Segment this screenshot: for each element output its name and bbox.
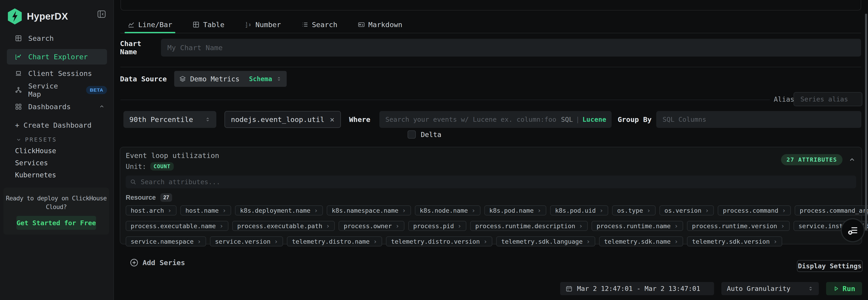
display-settings-button[interactable]: Display Settings — [797, 260, 863, 272]
attribute-chip[interactable]: process.command_args› — [795, 206, 868, 215]
table-icon — [193, 21, 199, 28]
schema-link[interactable]: Schema — [249, 75, 272, 83]
attribute-chip[interactable]: process.owner› — [339, 221, 404, 231]
sidebar-item-dashboards[interactable]: Dashboards — [7, 100, 107, 113]
chart-name-input[interactable] — [161, 39, 861, 57]
add-series-button[interactable]: Add Series — [130, 258, 185, 267]
attribute-chip[interactable]: telemetry.distro.version› — [386, 237, 492, 246]
promo-text-line2: Cloud? — [3, 203, 109, 211]
presets-toggle[interactable]: PRESETS — [16, 136, 57, 143]
search-icon — [130, 179, 136, 185]
data-source-label: Data Source — [120, 75, 174, 83]
chevron-right-icon: › — [705, 207, 709, 214]
attribute-chip[interactable]: telemetry.sdk.name› — [599, 237, 683, 246]
add-series-label: Add Series — [143, 258, 185, 267]
sidebar-item-chart-explorer[interactable]: Chart Explorer — [7, 49, 107, 64]
attribute-chip-label: process.runtime.version — [692, 222, 777, 229]
attribute-chip[interactable]: os.version› — [659, 206, 714, 215]
attribute-chip[interactable]: service.namespace› — [126, 237, 206, 246]
attribute-chip-label: process.owner — [344, 222, 392, 229]
create-dashboard-button[interactable]: + Create Dashboard — [15, 121, 92, 129]
attribute-chip[interactable]: service.version› — [210, 237, 283, 246]
attributes-count-badge: 27 ATTRIBUTES — [781, 154, 842, 165]
feedback-widget-button[interactable] — [842, 219, 864, 241]
chevron-updown-icon — [205, 117, 210, 122]
attribute-chip[interactable]: host.arch› — [126, 206, 177, 215]
attribute-chip[interactable]: k8s.deployment.name› — [235, 206, 323, 215]
run-button[interactable]: Run — [826, 282, 862, 295]
tab-line-bar[interactable]: Line/Bar — [125, 17, 175, 33]
main-content: Line/Bar Table 1 2 3 Number — [114, 0, 868, 300]
sidebar-item-label: Dashboards — [28, 103, 71, 111]
granularity-select[interactable]: Auto Granularity — [721, 282, 819, 295]
sidebar-collapse-icon[interactable] — [97, 10, 106, 18]
lucene-option[interactable]: Lucene — [583, 115, 607, 123]
section-divider — [120, 67, 861, 67]
attribute-chip[interactable]: k8s.node.name› — [415, 206, 480, 215]
chevron-updown-icon — [276, 76, 282, 82]
sidebar: HyperDX Search — [0, 0, 114, 300]
sidebar-item-service-map[interactable]: Service Map BETA — [7, 84, 107, 97]
time-range-picker[interactable]: 1 Mar 2 12:47:01 - Mar 2 13:47:01 — [560, 282, 714, 295]
chevron-up-icon — [99, 104, 105, 110]
metric-chip[interactable]: nodejs.event_loop.util × — [224, 111, 341, 128]
attribute-chip-label: process.runtime.name — [596, 222, 671, 229]
attribute-chip[interactable]: process.executable.name› — [126, 221, 228, 231]
attribute-chip-row: process.executable.name›process.executab… — [126, 221, 856, 231]
close-icon[interactable]: × — [330, 115, 335, 123]
chevron-right-icon: › — [274, 238, 278, 245]
chevron-right-icon: › — [647, 207, 651, 214]
query-language-toggle[interactable]: SQL | Lucene — [561, 115, 607, 123]
where-search-input[interactable] — [385, 115, 561, 124]
sql-option[interactable]: SQL — [561, 115, 573, 123]
data-source-value: Demo Metrics — [190, 75, 240, 83]
attribute-chip[interactable]: process.pid› — [408, 221, 467, 231]
tab-number[interactable]: 1 2 3 Number — [242, 17, 284, 33]
list-icon — [302, 21, 308, 28]
preset-item-clickhouse[interactable]: ClickHouse — [15, 147, 56, 155]
attribute-chip[interactable]: process.command› — [718, 206, 791, 215]
delta-checkbox[interactable] — [408, 130, 416, 139]
attribute-chip-label: k8s.node.name — [420, 207, 468, 214]
group-by-input[interactable] — [656, 111, 861, 128]
chevron-updown-icon — [808, 286, 813, 291]
attribute-chip[interactable]: process.executable.path› — [232, 221, 335, 231]
vertical-scrollbar[interactable] — [865, 14, 867, 230]
attribute-chip-label: telemetry.distro.version — [391, 238, 480, 245]
attribute-search-input[interactable] — [140, 178, 852, 186]
attribute-chip[interactable]: k8s.pod.name› — [484, 206, 546, 215]
tab-search[interactable]: Search — [298, 17, 341, 33]
attribute-chip[interactable]: telemetry.sdk.version› — [687, 237, 782, 246]
get-started-button[interactable]: Get Started for Free — [17, 216, 96, 230]
where-label: Where — [349, 115, 370, 124]
attribute-chip[interactable]: process.runtime.name› — [592, 221, 683, 231]
grid-icon — [15, 35, 22, 42]
attribute-chip[interactable]: process.runtime.version› — [687, 221, 790, 231]
aggregation-select[interactable]: 90th Percentile — [123, 111, 216, 128]
alias-input[interactable] — [794, 92, 862, 106]
tab-markdown[interactable]: Markdown — [355, 17, 406, 33]
aggregation-value: 90th Percentile — [129, 115, 193, 124]
data-source-select[interactable]: Demo Metrics Schema — [174, 71, 287, 87]
svg-text:2: 2 — [245, 25, 247, 28]
attribute-chip[interactable]: process.runtime.description› — [470, 221, 588, 231]
tab-table[interactable]: Table — [189, 17, 227, 33]
attribute-chip[interactable]: telemetry.sdk.language› — [496, 237, 595, 246]
preset-item-services[interactable]: Services — [15, 159, 48, 167]
chart-name-label: Chart Name — [120, 39, 161, 56]
logo[interactable]: HyperDX — [7, 8, 68, 25]
attribute-chip[interactable]: os.type› — [612, 206, 656, 215]
sidebar-item-label: Search — [28, 34, 54, 43]
sidebar-item-client-sessions[interactable]: Client Sessions — [7, 67, 107, 80]
attribute-chip[interactable]: k8s.namespace.name› — [327, 206, 411, 215]
attribute-chip-label: k8s.pod.name — [489, 207, 534, 214]
attribute-chip[interactable]: telemetry.distro.name› — [287, 237, 382, 246]
unit-label: Unit: — [126, 163, 146, 170]
chevron-up-icon[interactable] — [848, 156, 856, 163]
query-controls-bar: 1 Mar 2 12:47:01 - Mar 2 13:47:01 Auto G… — [560, 282, 862, 295]
hyperdx-app: HyperDX Search — [0, 0, 868, 300]
sidebar-item-search[interactable]: Search — [7, 32, 107, 45]
attribute-chip[interactable]: host.name› — [180, 206, 231, 215]
attribute-chip[interactable]: k8s.pod.uid› — [550, 206, 609, 215]
preset-item-kubernetes[interactable]: Kubernetes — [15, 171, 56, 179]
